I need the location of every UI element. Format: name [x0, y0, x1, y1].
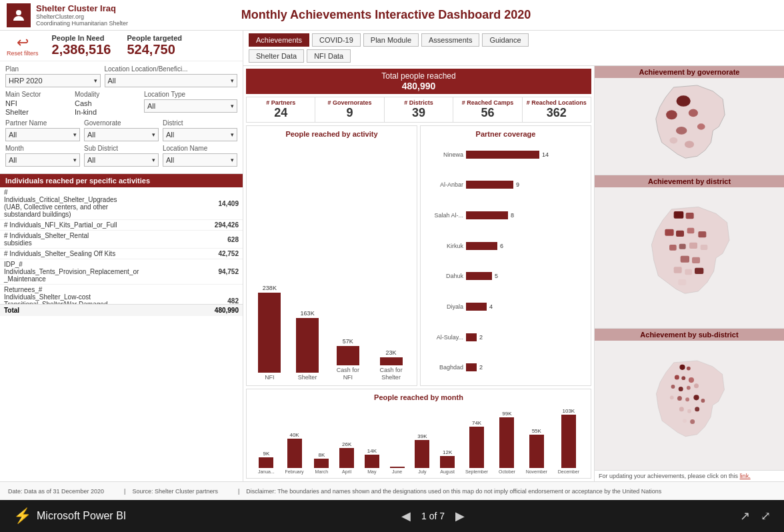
- tab-achievements[interactable]: Achievements: [249, 33, 309, 47]
- monthly-bar-label: August: [440, 469, 455, 474]
- tab-covid-19[interactable]: COVID-19: [312, 33, 361, 47]
- logo-icon: [7, 3, 31, 27]
- district-label: District: [163, 119, 237, 127]
- individuals-section: Individuals reached per specific activit…: [0, 173, 243, 481]
- partner-bar: [466, 333, 477, 341]
- fullscreen-icon[interactable]: ⤢: [761, 509, 771, 523]
- activity-bar-group: 163K Shelter: [296, 310, 319, 381]
- activity-bar-group: 23K Cash for Shelter: [377, 349, 405, 381]
- plan-dropdown[interactable]: HRP 2020 ▾: [5, 74, 101, 87]
- partner-dropdown[interactable]: All ▾: [5, 128, 80, 141]
- activity-bar-group: 238K NFI: [258, 285, 281, 381]
- powerbi-action-icons: ↗ ⤢: [740, 509, 771, 523]
- tab-plan-module[interactable]: Plan Module: [363, 33, 419, 47]
- activity-bar: [337, 346, 359, 365]
- partner-bar-row: Al-Sulay... 2: [425, 333, 587, 341]
- district-dropdown[interactable]: All ▾: [163, 128, 237, 141]
- district-chevron-icon: ▾: [231, 131, 234, 138]
- activity-chart-title: People reached by activity: [251, 130, 413, 138]
- monthly-bar-value: 40K: [289, 432, 299, 438]
- logo-sub2: Coordinating Humanitarian Shelter: [36, 20, 128, 27]
- location-type-dropdown[interactable]: All ▾: [144, 99, 237, 113]
- map-update-link[interactable]: link.: [740, 473, 751, 479]
- partner-bar: [466, 151, 539, 159]
- svg-marker-26: [656, 361, 724, 437]
- monthly-bar-label: March: [315, 469, 328, 474]
- footer-disclaimer: Disclaimer: The boundaries and names sho…: [246, 488, 661, 495]
- location-name-dropdown[interactable]: All ▾: [163, 153, 237, 167]
- reset-filters-button[interactable]: ↩ Reset filters: [7, 35, 39, 57]
- individuals-table: # Individuals_Critical_Shelter_Upgrades …: [0, 187, 243, 304]
- svg-point-35: [694, 383, 699, 388]
- tab-shelter-data[interactable]: Shelter Data: [249, 49, 304, 63]
- svg-point-2: [677, 95, 691, 107]
- monthly-bar-value: 39K: [417, 433, 427, 439]
- row-value: 482: [121, 285, 243, 304]
- powerbi-nav: ◀ 1 of 7 ▶: [401, 509, 465, 523]
- svg-point-40: [701, 399, 705, 403]
- month-dropdown[interactable]: All ▾: [5, 153, 80, 167]
- dashboard-title: Monthly Achievements Interactive Dashboa…: [128, 8, 644, 22]
- svg-rect-23: [685, 269, 692, 275]
- partner-bar: [466, 181, 513, 189]
- partner-value: 6: [500, 243, 503, 249]
- tab-nfi-data[interactable]: NFI Data: [307, 49, 351, 63]
- monthly-bar-group: 55K November: [526, 428, 547, 474]
- powerbi-icon: ⚡: [13, 507, 31, 525]
- monthly-bar-value: 14K: [367, 448, 377, 454]
- location-type-label: Location Type: [144, 91, 237, 98]
- table-row: IDP_# Individuals_Tents_Provision_Replac…: [0, 259, 243, 285]
- tab-guidance[interactable]: Guidance: [482, 33, 528, 47]
- monthly-bar-label: October: [499, 469, 515, 474]
- sub-district-dropdown[interactable]: All ▾: [84, 153, 159, 167]
- next-page-icon[interactable]: ▶: [455, 509, 465, 523]
- row-label: IDP_# Individuals_Tents_Provision_Replac…: [0, 259, 121, 285]
- governorate-dropdown[interactable]: All ▾: [84, 128, 159, 141]
- prev-page-icon[interactable]: ◀: [401, 509, 411, 523]
- subdistrict-map-title: Achievement by sub-district: [595, 329, 784, 341]
- svg-point-39: [693, 395, 699, 400]
- monthly-bar-group: 14K May: [365, 448, 379, 474]
- svg-point-41: [679, 407, 684, 411]
- partner-value: 8: [511, 212, 514, 219]
- svg-rect-11: [686, 213, 694, 219]
- svg-rect-15: [698, 231, 706, 237]
- total-reached-title: Total people reached: [251, 71, 586, 81]
- nav-row1: AchievementsCOVID-19Plan ModuleAssessmen…: [249, 33, 779, 47]
- svg-point-0: [16, 10, 21, 15]
- monthly-bar-value: 74K: [472, 420, 481, 426]
- bar-label: Cash for NFI: [334, 367, 362, 381]
- bar-value-label: 57K: [343, 338, 353, 345]
- share-icon[interactable]: ↗: [740, 509, 750, 523]
- monthly-bar-group: 39K July: [415, 433, 429, 474]
- total-label: Total: [0, 305, 103, 317]
- bar-value-label: 163K: [301, 310, 315, 317]
- monthly-bar: [440, 456, 455, 468]
- location-name-value: All: [166, 156, 174, 164]
- reached-locations-stat: # Reached Locations 362: [523, 97, 591, 122]
- partner-chevron-icon: ▾: [73, 131, 77, 138]
- nav-row2: Shelter DataNFI Data: [249, 49, 779, 63]
- governorate-map-body: [595, 78, 784, 175]
- table-row: # Individuals_Shelter_Rental subsidies 6…: [0, 231, 243, 249]
- people-targeted-value: 524,750: [127, 42, 183, 57]
- monthly-bar-group: 9K Janua...: [258, 451, 275, 474]
- main-sector-options: NFI Shelter: [5, 99, 71, 116]
- tab-assessments[interactable]: Assessments: [421, 33, 479, 47]
- page-indicator: 1 of 7: [421, 511, 445, 521]
- bar-value-label: 23K: [386, 349, 397, 356]
- monthly-bar-value: 99K: [502, 411, 511, 417]
- district-map-title: Achievement by district: [595, 175, 784, 187]
- svg-point-28: [687, 367, 691, 371]
- svg-point-43: [695, 407, 699, 411]
- people-targeted-label: People targeted: [127, 34, 183, 42]
- individuals-total-row: Total 480,990: [0, 305, 243, 317]
- individuals-table-wrapper[interactable]: # Individuals_Critical_Shelter_Upgrades …: [0, 187, 243, 304]
- row-value: 628: [121, 231, 243, 249]
- partner-bar: [466, 363, 477, 371]
- row-value: 294,426: [121, 220, 243, 231]
- svg-rect-21: [692, 257, 700, 263]
- svg-rect-19: [701, 245, 708, 250]
- location-dropdown[interactable]: All ▾: [105, 74, 238, 87]
- people-in-need-label: People In Need: [52, 34, 111, 42]
